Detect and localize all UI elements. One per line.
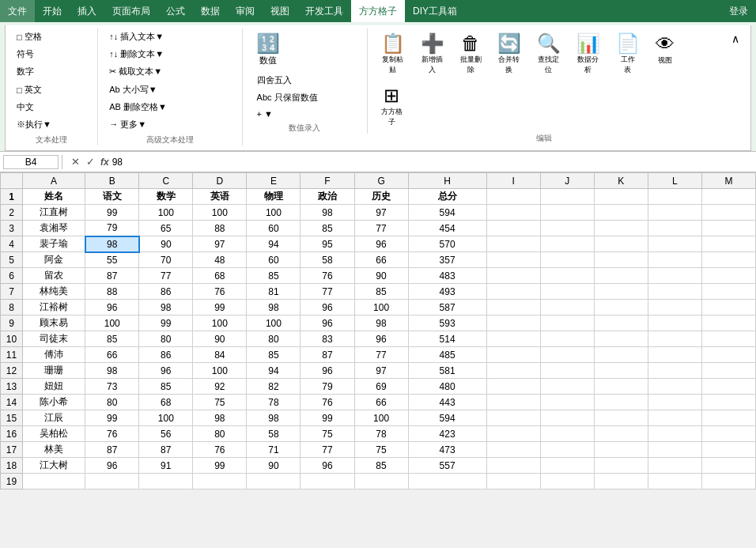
table-cell[interactable]: 587 — [408, 300, 486, 316]
table-cell[interactable]: 76 — [85, 426, 139, 442]
table-cell[interactable]: 数学 — [139, 189, 193, 205]
table-cell[interactable] — [594, 426, 648, 442]
table-cell[interactable]: 94 — [247, 363, 301, 379]
table-cell[interactable]: 顾末易 — [23, 316, 85, 331]
table-cell[interactable] — [648, 284, 701, 300]
table-cell[interactable] — [594, 410, 648, 426]
table-cell[interactable]: 98 — [247, 410, 301, 426]
table-cell[interactable]: 77 — [354, 347, 408, 363]
table-cell[interactable]: 483 — [408, 268, 486, 284]
btn-worksheet[interactable]: 📄 工作表 — [609, 28, 647, 79]
table-cell[interactable]: 55 — [85, 252, 139, 268]
btn-batch-del[interactable]: 🗑 批量删除 — [453, 28, 489, 79]
table-cell[interactable]: 100 — [247, 316, 301, 331]
table-cell[interactable]: 96 — [301, 300, 354, 316]
table-cell[interactable] — [540, 395, 594, 410]
table-cell[interactable]: 87 — [139, 442, 193, 458]
table-cell[interactable] — [594, 221, 648, 236]
table-cell[interactable] — [594, 268, 648, 284]
btn-more[interactable]: → 更多▼ — [104, 116, 172, 133]
table-cell[interactable] — [594, 379, 648, 395]
table-cell[interactable]: 林纯美 — [23, 284, 85, 300]
table-cell[interactable]: 77 — [139, 268, 193, 284]
table-cell[interactable]: 吴柏松 — [23, 426, 85, 442]
sheet-grid[interactable]: A B C D E F G H I J K L M 1姓名语文数学英语物理政治历… — [0, 172, 756, 548]
table-cell[interactable]: 98 — [354, 316, 408, 331]
table-cell[interactable]: 江裕树 — [23, 300, 85, 316]
btn-round[interactable]: 四舍五入 — [252, 72, 323, 89]
table-cell[interactable] — [594, 395, 648, 410]
btn-chinese[interactable]: 中文 — [12, 99, 56, 115]
table-cell[interactable]: 95 — [301, 236, 354, 252]
table-cell[interactable] — [486, 221, 540, 236]
col-header-B[interactable]: B — [85, 173, 139, 189]
table-cell[interactable]: 91 — [139, 458, 193, 474]
table-cell[interactable]: 90 — [247, 458, 301, 474]
table-cell[interactable]: 86 — [139, 284, 193, 300]
col-header-E[interactable]: E — [247, 173, 301, 189]
table-cell[interactable]: 77 — [301, 442, 354, 458]
table-cell[interactable] — [648, 442, 701, 458]
table-cell[interactable] — [701, 316, 755, 331]
table-cell[interactable]: 84 — [193, 347, 247, 363]
menu-formula[interactable]: 公式 — [158, 0, 193, 22]
table-cell[interactable]: 87 — [85, 268, 139, 284]
table-cell[interactable]: 77 — [354, 221, 408, 236]
table-cell[interactable] — [594, 347, 648, 363]
table-cell[interactable]: 65 — [139, 221, 193, 236]
table-cell[interactable] — [701, 205, 755, 221]
table-cell[interactable] — [701, 442, 755, 458]
table-cell[interactable]: 100 — [354, 410, 408, 426]
table-cell[interactable]: 96 — [139, 363, 193, 379]
btn-data-analysis[interactable]: 📊 数据分析 — [569, 28, 607, 79]
btn-fangfangezi[interactable]: ⊞ 方方格子 — [374, 81, 410, 131]
table-cell[interactable] — [648, 268, 701, 284]
table-cell[interactable]: 58 — [247, 426, 301, 442]
table-cell[interactable] — [486, 205, 540, 221]
table-cell[interactable]: 485 — [408, 347, 486, 363]
btn-space[interactable]: □ 空格 — [12, 28, 47, 45]
table-cell[interactable]: 68 — [139, 395, 193, 410]
table-cell[interactable] — [701, 300, 755, 316]
table-cell[interactable]: 100 — [193, 316, 247, 331]
table-cell[interactable] — [648, 426, 701, 442]
table-cell[interactable] — [594, 442, 648, 458]
table-cell[interactable]: 85 — [247, 268, 301, 284]
menu-page-layout[interactable]: 页面布局 — [104, 0, 158, 22]
table-cell[interactable]: 总分 — [408, 189, 486, 205]
table-cell[interactable]: 96 — [354, 236, 408, 252]
table-cell[interactable] — [701, 252, 755, 268]
table-cell[interactable]: 68 — [193, 268, 247, 284]
menu-file[interactable]: 文件 — [0, 0, 35, 22]
table-cell[interactable]: 81 — [247, 284, 301, 300]
table-cell[interactable] — [701, 221, 755, 236]
table-cell[interactable] — [648, 363, 701, 379]
table-cell[interactable]: 姓名 — [23, 189, 85, 205]
table-cell[interactable]: 66 — [354, 395, 408, 410]
table-cell[interactable]: 473 — [408, 442, 486, 458]
col-header-I[interactable]: I — [486, 173, 540, 189]
table-cell[interactable]: 66 — [85, 347, 139, 363]
table-cell[interactable]: 87 — [301, 347, 354, 363]
table-cell[interactable]: 443 — [408, 395, 486, 410]
table-cell[interactable] — [701, 363, 755, 379]
table-cell[interactable]: 593 — [408, 316, 486, 331]
table-cell[interactable] — [540, 300, 594, 316]
table-cell[interactable]: 88 — [193, 221, 247, 236]
col-header-J[interactable]: J — [540, 173, 594, 189]
table-cell[interactable]: 96 — [85, 458, 139, 474]
table-cell[interactable]: 85 — [85, 331, 139, 347]
table-cell[interactable]: 历史 — [354, 189, 408, 205]
table-cell[interactable]: 99 — [85, 410, 139, 426]
table-cell[interactable] — [486, 379, 540, 395]
table-cell[interactable] — [486, 284, 540, 300]
table-cell[interactable] — [540, 458, 594, 474]
table-cell[interactable] — [486, 331, 540, 347]
table-cell[interactable] — [594, 205, 648, 221]
menu-diy[interactable]: DIY工具箱 — [405, 0, 465, 22]
table-cell[interactable] — [648, 205, 701, 221]
table-cell[interactable] — [648, 347, 701, 363]
table-cell[interactable] — [701, 379, 755, 395]
table-cell[interactable]: 96 — [301, 363, 354, 379]
table-cell[interactable]: 傅沛 — [23, 347, 85, 363]
